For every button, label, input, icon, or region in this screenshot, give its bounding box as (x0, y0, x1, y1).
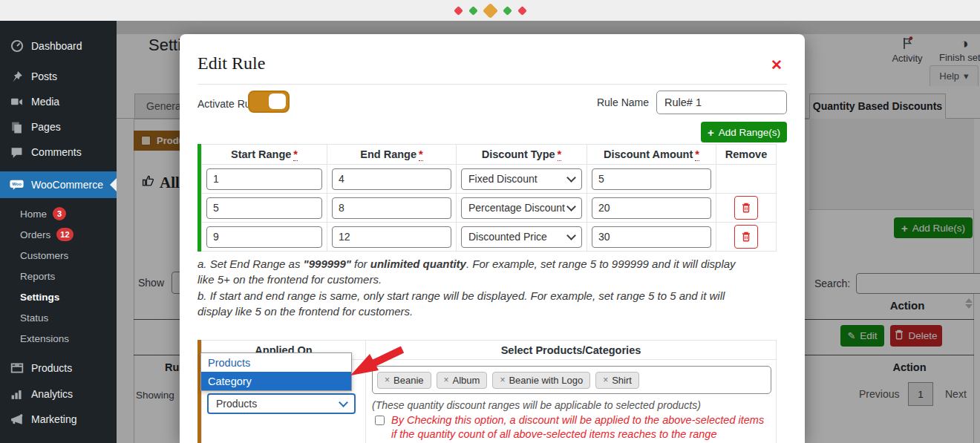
ranges-header-row: Start Range* End Range* Discount Type* D… (202, 145, 777, 165)
sidebar-item-label: Dashboard (31, 40, 82, 52)
range-row: Fixed Discount (202, 165, 777, 194)
cumulative-discount-text: By Checking this option, a discount will… (391, 413, 770, 443)
remove-tag-icon[interactable]: × (603, 375, 608, 385)
woocommerce-logo-icon: Woo (10, 178, 24, 192)
sidebar-item-comments[interactable]: Comments (0, 140, 117, 165)
sidebar-subitem-label: Home (20, 209, 47, 220)
product-tag: ×Beanie with Logo (492, 372, 590, 389)
sidebar-subitem-customers[interactable]: Customers (0, 245, 117, 266)
sidebar-item-label: Posts (31, 70, 57, 82)
activate-rule-toggle[interactable] (248, 91, 290, 113)
loader-diamond-icon (468, 6, 478, 16)
discount-amount-header: Discount Amount* (587, 145, 716, 165)
modal-title: Edit Rule (197, 53, 265, 73)
range-row: Discounted Price (202, 223, 777, 252)
sidebar-item-media[interactable]: Media (0, 89, 117, 114)
plus-icon: + (708, 126, 714, 139)
end-range-header: End Range* (327, 145, 457, 165)
sidebar-item-marketing[interactable]: Marketing (0, 407, 117, 432)
sidebar-item-dashboard[interactable]: Dashboard (0, 33, 117, 59)
dropdown-option-category[interactable]: Category (201, 372, 351, 390)
end-range-input[interactable] (332, 197, 451, 219)
sidebar-subitem-label: Reports (20, 271, 55, 282)
product-tag: ×Beanie (377, 372, 431, 389)
required-asterisk: * (558, 148, 562, 161)
current-menu-arrow-icon (110, 178, 117, 191)
discount-amount-input[interactable] (592, 226, 711, 248)
discount-type-header: Discount Type* (457, 145, 587, 165)
start-range-input[interactable] (206, 226, 322, 248)
required-asterisk: * (695, 148, 699, 161)
chevron-down-icon (339, 398, 348, 407)
sidebar-item-label: Pages (31, 121, 61, 133)
cumulative-discount-option: By Checking this option, a discount will… (372, 413, 770, 443)
sidebar-item-label: Analytics (31, 388, 73, 400)
dropdown-option-products[interactable]: Products (201, 353, 351, 372)
discount-type-select[interactable]: Percentage Discount (461, 197, 582, 219)
discount-type-value: Discounted Price (468, 231, 547, 243)
loader-diamond-icon (517, 6, 527, 16)
chevron-down-icon (566, 202, 576, 211)
remove-tag-icon[interactable]: × (500, 375, 505, 385)
sidebar-subitem-orders[interactable]: Orders 12 (0, 224, 117, 245)
required-asterisk: * (419, 148, 423, 161)
sidebar-subitem-label: Extensions (20, 333, 69, 344)
sidebar-item-analytics[interactable]: Analytics (0, 381, 117, 407)
start-range-input[interactable] (206, 168, 322, 190)
close-icon[interactable]: ✕ (768, 56, 785, 73)
sidebar-item-woocommerce[interactable]: Woo WooCommerce (0, 171, 117, 198)
sidebar-item-label: Marketing (31, 413, 76, 425)
select-products-header: Select Products/Categories (366, 341, 777, 360)
remove-tag-icon[interactable]: × (385, 375, 390, 385)
sidebar-subitem-label: Customers (20, 250, 68, 261)
range-row: Percentage Discount (202, 194, 777, 223)
note-a: a. Set End Range as (197, 257, 304, 270)
remove-range-button[interactable] (734, 225, 758, 249)
sidebar-subitem-settings[interactable]: Settings (0, 286, 117, 307)
discount-type-select[interactable]: Discounted Price (461, 226, 582, 248)
add-range-button[interactable]: + Add Range(s) (701, 122, 787, 142)
end-range-input[interactable] (332, 168, 451, 190)
discount-amount-input[interactable] (592, 168, 711, 190)
sidebar-subitem-label: Orders (20, 229, 50, 240)
start-range-header: Start Range* (202, 145, 327, 165)
tag-label: Beanie (393, 375, 423, 386)
end-range-input[interactable] (332, 226, 451, 248)
sidebar-subitem-extensions[interactable]: Extensions (0, 328, 117, 349)
sidebar-subitem-home[interactable]: Home 3 (0, 203, 117, 224)
count-badge: 3 (53, 207, 66, 220)
sidebar-subitem-reports[interactable]: Reports (0, 266, 117, 286)
product-tag: ×Album (437, 372, 488, 389)
add-range-label: Add Range(s) (719, 127, 780, 138)
comment-bubble-icon (10, 145, 24, 160)
svg-text:Woo: Woo (12, 182, 22, 186)
applied-on-select[interactable]: Products (207, 393, 356, 414)
start-range-input[interactable] (206, 197, 322, 219)
discount-type-select[interactable]: Fixed Discount (461, 168, 582, 190)
chevron-down-icon (566, 173, 576, 183)
select-products-cell: ×Beanie ×Album ×Beanie with Logo ×Shirt … (366, 360, 777, 443)
note-b: b. If start and end range is same, only … (197, 289, 725, 318)
sidebar-item-posts[interactable]: Posts (0, 64, 117, 89)
rule-name-input[interactable] (656, 91, 787, 114)
sidebar-item-label: Comments (31, 146, 82, 158)
remove-tag-icon[interactable]: × (444, 375, 449, 385)
loader-diamond-icon (454, 6, 463, 16)
sidebar-item-pages[interactable]: Pages (0, 114, 117, 140)
dashboard-icon (10, 39, 24, 53)
sidebar-item-label: Products (31, 362, 72, 374)
remove-range-button[interactable] (734, 196, 758, 220)
media-icon (10, 95, 24, 109)
discount-ranges-table: Start Range* End Range* Discount Type* D… (197, 144, 776, 252)
sidebar-subitem-status[interactable]: Status (0, 307, 117, 328)
sidebar-subitem-label: Settings (20, 292, 59, 303)
sidebar-item-products[interactable]: Products (0, 355, 117, 381)
discount-amount-input[interactable] (592, 197, 711, 219)
tag-label: Album (453, 375, 480, 386)
cumulative-discount-checkbox[interactable] (375, 416, 385, 425)
megaphone-icon (10, 413, 24, 427)
selected-products-box[interactable]: ×Beanie ×Album ×Beanie with Logo ×Shirt (372, 366, 771, 394)
sidebar-subitem-label: Status (20, 312, 48, 324)
range-help-notes: a. Set End Range as "999999" for unlimit… (197, 256, 754, 320)
rule-name-label: Rule Name (592, 96, 649, 108)
